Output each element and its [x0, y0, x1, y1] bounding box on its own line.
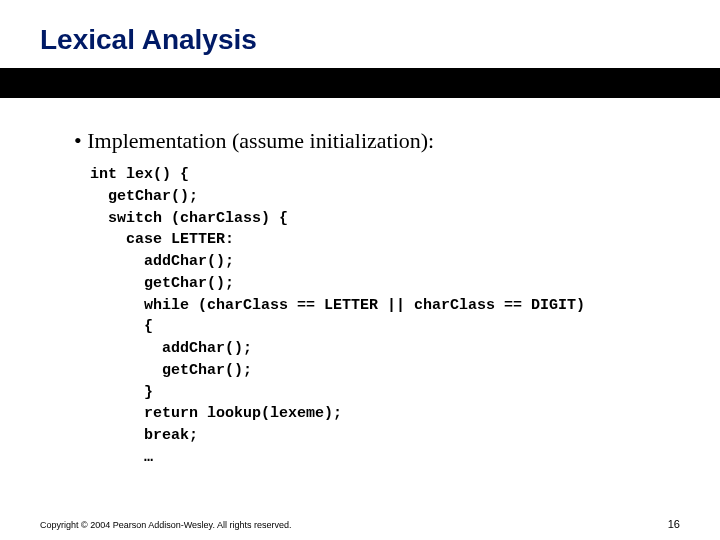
page-number: 16 — [668, 518, 680, 530]
slide-title: Lexical Analysis — [40, 24, 720, 56]
bullet-implementation: Implementation (assume initialization): — [90, 128, 710, 154]
title-underline-bar — [0, 68, 720, 98]
slide-body: Implementation (assume initialization): … — [90, 128, 710, 469]
copyright-text: Copyright © 2004 Pearson Addison-Wesley.… — [40, 520, 291, 530]
slide: Lexical Analysis Implementation (assume … — [0, 0, 720, 540]
code-block: int lex() { getChar(); switch (charClass… — [90, 164, 710, 469]
slide-footer: Copyright © 2004 Pearson Addison-Wesley.… — [40, 518, 680, 530]
